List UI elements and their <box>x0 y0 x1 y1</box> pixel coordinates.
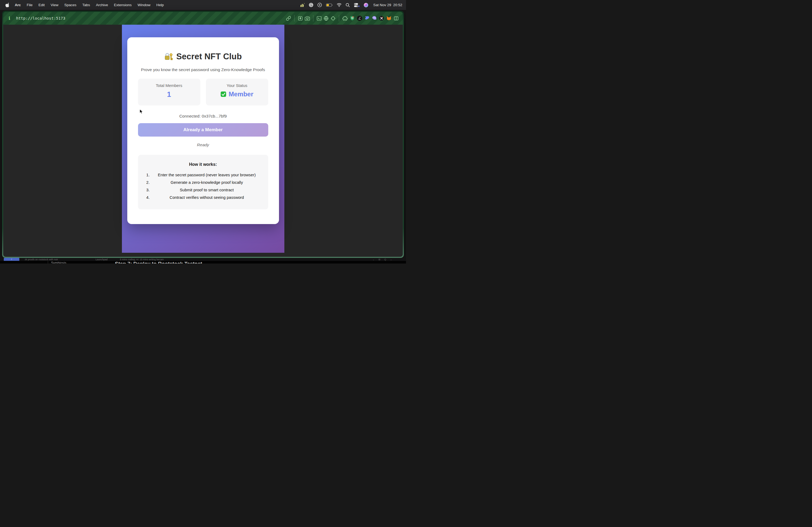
already-a-member-button[interactable]: Already a Member <box>138 123 268 137</box>
rabby-wallet-icon[interactable] <box>364 16 370 21</box>
globe-icon[interactable] <box>323 16 329 21</box>
status-text: Ready <box>138 142 268 147</box>
page-title-text: Secret NFT Club <box>176 52 242 61</box>
split-view-icon[interactable] <box>394 16 399 21</box>
dev-terminal-icon[interactable] <box>317 16 322 21</box>
page-viewport: Secret NFT Club Prove you know the secre… <box>3 25 403 257</box>
menu-item-edit[interactable]: Edit <box>35 3 47 7</box>
library-icon[interactable] <box>298 16 303 21</box>
background-divider <box>48 261 48 264</box>
page-title: Secret NFT Club <box>138 52 268 61</box>
address-url[interactable]: http://localhost:5173 <box>16 16 65 20</box>
spotlight-icon[interactable] <box>346 3 350 7</box>
step-1: Enter the secret password (never leaves … <box>151 172 263 177</box>
menu-item-tabs[interactable]: Tabs <box>79 3 93 7</box>
extensions-puzzle-icon[interactable] <box>342 16 348 21</box>
control-center-icon[interactable] <box>354 3 360 7</box>
step-4: Contract verifies without seeing passwor… <box>151 195 263 200</box>
background-document-strip: Symbiosis Step 7: Deploy to Rootstock Te… <box>0 261 406 264</box>
menu-app-name[interactable]: Arc <box>12 3 24 7</box>
battery-icon[interactable] <box>326 3 333 7</box>
metamask-icon[interactable] <box>386 16 392 21</box>
screen: { "menu_bar": { "app_name": "Arc", "item… <box>0 0 406 264</box>
toolbar-divider <box>339 15 339 21</box>
background-blue-badge: 7 <box>4 258 19 261</box>
grammarly-icon[interactable] <box>309 3 313 7</box>
page-subtitle: Prove you know the secret password using… <box>138 67 268 72</box>
apple-menu[interactable] <box>4 3 12 7</box>
menu-item-spaces[interactable]: Spaces <box>61 3 79 7</box>
background-strip-text-far-right: ⌄ ⊞ Q ⌄ <box>373 258 394 261</box>
total-members-value: 1 <box>138 90 200 99</box>
check-mark-emoji-icon <box>220 91 226 97</box>
site-info-icon[interactable]: i <box>7 16 12 21</box>
how-it-works-steps: Enter the secret password (never leaves … <box>143 172 263 200</box>
mouse-cursor <box>139 109 143 114</box>
camera-capture-icon[interactable] <box>305 16 310 21</box>
secret-nft-club-card: Secret NFT Club Prove you know the secre… <box>127 37 279 224</box>
step-2: Generate a zero-knowledge proof locally <box>151 180 263 185</box>
menu-item-view[interactable]: View <box>48 3 61 7</box>
toolbar-actions: ℒ <box>286 15 399 21</box>
menu-item-file[interactable]: File <box>24 3 36 7</box>
background-terminal-strip: 7 zk proofs on rootstock with noir Launc… <box>0 258 406 261</box>
background-strip-text-left: zk proofs on rootstock with noir <box>25 258 58 261</box>
loom-extension-icon[interactable]: ℒ <box>357 16 362 21</box>
apple-icon <box>5 3 9 7</box>
connected-address: Connected: 0x37cb...7bf9 <box>138 114 268 119</box>
your-status-label: Your Status <box>206 83 268 88</box>
menu-clock[interactable]: Sat Nov 29 20:52 <box>373 3 402 7</box>
how-it-works-box: How it works: Enter the secret password … <box>138 155 268 209</box>
total-members-label: Total Members <box>138 83 200 88</box>
how-it-works-title: How it works: <box>143 162 263 167</box>
page-gradient-background: Secret NFT Club Prove you know the secre… <box>122 25 284 253</box>
phantom-wallet-icon[interactable] <box>372 16 377 21</box>
browser-window: i http://localhost:5173 <box>2 11 404 258</box>
stats-row: Total Members 1 Your Status Member <box>138 79 268 105</box>
lock-with-key-emoji-icon <box>164 52 173 61</box>
menu-bar: Arc File Edit View Spaces Tabs Archive E… <box>0 0 406 10</box>
background-strip-text-mid: Launchpad <box>96 258 108 261</box>
your-status-box: Your Status Member <box>206 79 268 105</box>
background-strip-text-right: 5 mins coding; AI: 15 mins writing becam <box>120 258 164 261</box>
menu-item-help[interactable]: Help <box>153 3 167 7</box>
menu-item-window[interactable]: Window <box>134 3 153 7</box>
copy-link-icon[interactable] <box>286 16 291 21</box>
total-members-box: Total Members 1 <box>138 79 200 105</box>
menu-item-archive[interactable]: Archive <box>93 3 111 7</box>
shield-globe-extension-icon[interactable] <box>350 16 355 21</box>
siri-icon[interactable] <box>364 3 368 7</box>
playback-icon[interactable] <box>317 3 322 7</box>
your-status-value: Member <box>229 90 253 98</box>
menu-item-extensions[interactable]: Extensions <box>111 3 134 7</box>
menu-bar-left: Arc File Edit View Spaces Tabs Archive E… <box>4 3 167 7</box>
stocks-icon[interactable] <box>300 3 305 7</box>
wifi-icon[interactable] <box>337 3 342 7</box>
menu-bar-status: Sat Nov 29 20:52 <box>300 3 402 7</box>
background-tab-label: Symbiosis <box>51 261 66 264</box>
step-3: Submit proof to smart contract <box>151 187 263 192</box>
element-picker-target-icon[interactable] <box>331 16 336 21</box>
background-doc-heading: Step 7: Deploy to Rootstock Testnet <box>115 261 202 264</box>
member-status: Member <box>206 90 268 98</box>
browser-toolbar: i http://localhost:5173 <box>3 12 403 25</box>
okx-wallet-icon[interactable] <box>379 16 384 21</box>
